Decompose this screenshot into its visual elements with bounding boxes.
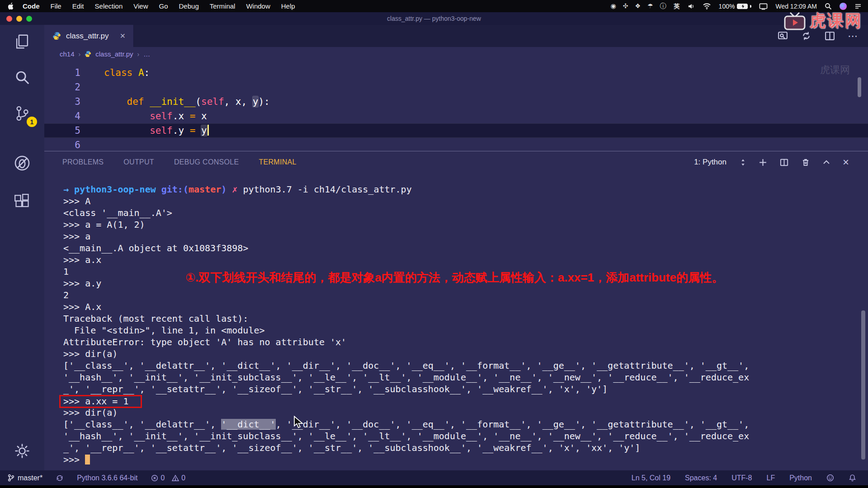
- encoding-indicator[interactable]: UTF-8: [731, 474, 752, 482]
- menubar-status-icon[interactable]: ❖: [635, 2, 641, 10]
- menu-debug[interactable]: Debug: [174, 2, 204, 10]
- sidebar-item-extensions[interactable]: [0, 189, 44, 215]
- siri-icon[interactable]: [840, 3, 847, 10]
- selector-updown-icon[interactable]: [740, 159, 746, 166]
- error-icon: [151, 474, 158, 482]
- kill-terminal-icon[interactable]: [801, 158, 810, 167]
- menu-view[interactable]: View: [128, 2, 153, 10]
- python-file-icon: [85, 51, 91, 57]
- code-line-5[interactable]: 5 self.y = y: [44, 123, 868, 138]
- battery-indicator[interactable]: 100%: [719, 3, 752, 10]
- code-text: self.x = x: [97, 109, 207, 123]
- indentation-indicator[interactable]: Spaces: 4: [685, 474, 717, 482]
- terminal[interactable]: → python3-oop-new git:(master) ✗ python3…: [44, 173, 868, 470]
- code-editor[interactable]: 1class A:23 def __init__(self, x, y):4 s…: [44, 61, 868, 151]
- terminal-line: _', '__repr__', '__setattr__', '__sizeof…: [63, 383, 868, 395]
- terminal-line: >>> a.xx = 1: [63, 395, 868, 407]
- control-center-icon[interactable]: [854, 3, 862, 10]
- terminal-line: >>> dir(a): [63, 348, 868, 360]
- sidebar-item-debug[interactable]: [0, 150, 44, 176]
- code-line-2[interactable]: 2: [44, 80, 868, 94]
- sidebar-item-source-control[interactable]: 1: [0, 101, 44, 126]
- settings-button[interactable]: [0, 438, 44, 464]
- tab-class-attr-py[interactable]: class_attr.py ×: [44, 25, 134, 47]
- notifications-bell-icon[interactable]: [849, 474, 856, 482]
- panel-tab-debug-console[interactable]: DEBUG CONSOLE: [174, 158, 239, 166]
- terminal-scrollbar[interactable]: [861, 310, 865, 460]
- menu-terminal[interactable]: Terminal: [204, 2, 241, 10]
- line-number: 4: [44, 109, 97, 123]
- breadcrumb-folder[interactable]: ch14: [60, 50, 75, 58]
- breadcrumb-file[interactable]: class_attr.py: [95, 50, 133, 58]
- close-window-button[interactable]: [6, 16, 12, 22]
- apple-menu-icon[interactable]: [8, 2, 14, 10]
- terminal-line: >>> a: [63, 230, 868, 242]
- gear-icon: [14, 442, 31, 460]
- git-branch-indicator[interactable]: master*: [7, 474, 42, 482]
- menu-file[interactable]: File: [45, 2, 67, 10]
- breadcrumb-symbol[interactable]: …: [143, 50, 150, 58]
- line-number: 6: [44, 138, 97, 152]
- panel-tab-output[interactable]: OUTPUT: [123, 158, 154, 166]
- zoom-window-button[interactable]: [26, 16, 32, 22]
- cursor-position-indicator[interactable]: Ln 5, Col 19: [632, 474, 670, 482]
- menubar-status-icon[interactable]: ☂: [647, 2, 653, 10]
- sidebar-item-explorer[interactable]: [0, 29, 44, 54]
- menubar-clock[interactable]: Wed 12:09 AM: [775, 3, 817, 10]
- sidebar-item-search[interactable]: [0, 65, 44, 90]
- terminal-line: _', '__repr__', '__setattr__', '__sizeof…: [63, 442, 868, 454]
- menu-window[interactable]: Window: [241, 2, 275, 10]
- eol-indicator[interactable]: LF: [767, 474, 775, 482]
- minimize-window-button[interactable]: [16, 16, 22, 22]
- close-panel-icon[interactable]: ×: [843, 156, 849, 169]
- display-icon[interactable]: [759, 3, 768, 10]
- menubar-status-icon[interactable]: ⓘ: [660, 2, 666, 10]
- battery-icon: [737, 4, 748, 9]
- panel-tab-terminal[interactable]: TERMINAL: [259, 158, 296, 166]
- language-mode-indicator[interactable]: Python: [789, 474, 812, 482]
- menubar-status-area: ◉✣❖☂ⓘ 英 100% Wed 12:09 AM: [611, 2, 862, 10]
- terminal-line: >>> A: [63, 195, 868, 207]
- input-method-indicator[interactable]: 英: [674, 2, 680, 10]
- code-line-6[interactable]: 6: [44, 138, 868, 152]
- code-line-3[interactable]: 3 def __init__(self, x, y):: [44, 94, 868, 109]
- menu-app-name[interactable]: Code: [17, 2, 45, 10]
- python-interpreter-indicator[interactable]: Python 3.6.6 64-bit: [77, 474, 137, 482]
- status-bar: master* Python 3.6.6 64-bit 0 0 Ln 5, Co…: [0, 470, 868, 485]
- problems-indicator[interactable]: 0 0: [151, 474, 185, 482]
- volume-icon[interactable]: [688, 3, 695, 10]
- panel-tab-problems[interactable]: PROBLEMS: [62, 158, 104, 166]
- window-titlebar: class_attr.py — python3-oop-new: [0, 12, 868, 25]
- files-icon: [14, 33, 31, 50]
- tab-close-icon[interactable]: ×: [120, 31, 126, 41]
- git-branch-icon: [7, 474, 15, 482]
- feedback-smiley-icon[interactable]: [826, 474, 834, 482]
- menu-selection[interactable]: Selection: [90, 2, 128, 10]
- terminal-output: → python3-oop-new git:(master) ✗ python3…: [63, 183, 868, 465]
- terminal-line: → python3-oop-new git:(master) ✗ python3…: [63, 183, 868, 195]
- spotlight-search-icon[interactable]: [825, 3, 832, 10]
- tab-label: class_attr.py: [66, 32, 109, 41]
- extensions-icon: [14, 194, 30, 210]
- code-lines: 1class A:23 def __init__(self, x, y):4 s…: [44, 66, 868, 152]
- menubar-status-icon[interactable]: ✣: [623, 2, 628, 10]
- menu-go[interactable]: Go: [154, 2, 174, 10]
- breadcrumb: ch14 › class_attr.py › …: [44, 47, 868, 61]
- sync-changes-button[interactable]: [56, 474, 63, 482]
- code-line-4[interactable]: 4 self.x = x: [44, 109, 868, 123]
- line-number: 1: [44, 66, 97, 80]
- new-terminal-icon[interactable]: [759, 158, 767, 167]
- editor-scrollbar[interactable]: [858, 77, 861, 97]
- code-line-1[interactable]: 1class A:: [44, 66, 868, 80]
- maximize-panel-icon[interactable]: [822, 158, 830, 166]
- watermark-text: 虎课网: [810, 10, 863, 32]
- menubar-status-icon[interactable]: ◉: [611, 2, 616, 10]
- menubar-status-glyphs: ◉✣❖☂ⓘ: [611, 2, 666, 10]
- terminal-line: >>> A.x: [63, 301, 868, 313]
- terminal-selector[interactable]: 1: Python: [694, 158, 726, 167]
- code-text: [97, 80, 104, 94]
- split-terminal-icon[interactable]: [779, 158, 789, 167]
- menu-edit[interactable]: Edit: [67, 2, 90, 10]
- wifi-icon[interactable]: [703, 3, 711, 10]
- menu-help[interactable]: Help: [276, 2, 301, 10]
